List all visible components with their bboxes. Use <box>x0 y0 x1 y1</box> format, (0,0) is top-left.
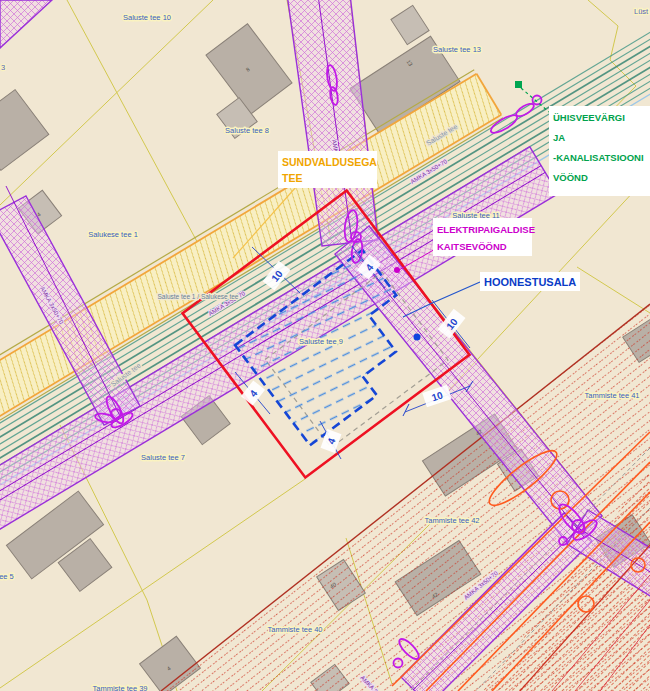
map-svg: 10 4 10 10 4 4 Saluste tee Saluste tee A… <box>0 0 650 691</box>
callout-text: HOONESTUSALA <box>484 276 576 288</box>
partial-label-top-right: Lüst <box>634 7 649 16</box>
callout-text: ÜHISVEEVÄRGI <box>553 112 625 123</box>
callout-text: TEE <box>282 172 302 184</box>
address-label: Saluste tee 13 <box>433 45 481 54</box>
address-label: Salukese tee 1 <box>88 230 138 239</box>
callout-text: ELEKTRIPAIGALDISE <box>437 224 535 235</box>
address-label: Tammiste tee 42 <box>424 516 479 525</box>
blue-point-marker <box>414 334 421 341</box>
address-label: Tammiste tee 40 <box>267 625 322 634</box>
callout-text: SUNDVALDUSEGA <box>282 156 377 168</box>
callout-text: -KANALISATSIOONI <box>553 152 644 163</box>
water-valve-marker <box>515 81 522 88</box>
callout-text: JA <box>553 132 565 143</box>
address-label: Saluste tee 7 <box>141 453 185 462</box>
address-label: Saluste tee 9 <box>299 337 343 346</box>
planning-map-canvas: 10 4 10 10 4 4 Saluste tee Saluste tee A… <box>0 0 650 691</box>
junction-road-label: Saluste tee 1 / Salukese tee <box>158 293 239 300</box>
address-label: Saluste tee 8 <box>225 126 269 135</box>
address-label: Saluste tee 5 <box>0 572 14 581</box>
address-label: Saluste tee 10 <box>123 13 171 22</box>
callout-text: VÖÖND <box>553 172 588 183</box>
address-label: Tammiste tee 41 <box>584 391 639 400</box>
address-label: Tammiste tee 39 <box>92 684 147 691</box>
callout-text: KAITSEVÖÖND <box>437 241 507 252</box>
partial-label-left: 3 <box>1 63 5 72</box>
